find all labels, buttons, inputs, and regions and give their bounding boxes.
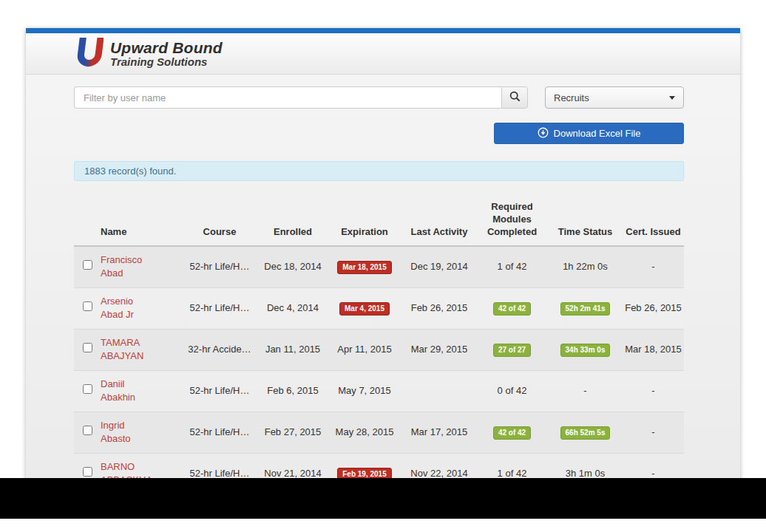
header-enrolled: Enrolled: [259, 196, 327, 246]
expiration-badge: Mar 4, 2015: [339, 302, 390, 316]
modules-cell: 27 of 27: [476, 329, 548, 370]
search-button[interactable]: [501, 86, 528, 109]
time-status-badge: 66h 52m 5s: [560, 426, 611, 440]
time-status-cell: 66h 52m 5s: [548, 412, 623, 453]
time-status-cell: 34h 33m 0s: [548, 329, 623, 370]
time-status-badge: 34h 33m 0s: [560, 344, 611, 357]
enrolled-cell: Feb 27, 2015: [259, 412, 327, 453]
main-content: Recruits Download Excel File 1883 record…: [26, 75, 740, 494]
enrolled-cell: Dec 18, 2014: [259, 246, 327, 287]
user-name-link[interactable]: IngridAbasto: [101, 420, 130, 444]
modules-cell: 42 of 42: [476, 412, 548, 453]
header-required-modules: Required Modules Completed: [476, 196, 548, 246]
upward-bound-logo-icon: [72, 35, 104, 73]
expiration-cell: May 7, 2015: [327, 370, 402, 412]
modules-cell: 0 of 42: [476, 370, 548, 412]
user-name-link[interactable]: ArsenioAbad Jr: [101, 296, 134, 320]
course-cell: 32-hr Accide…: [180, 329, 259, 370]
expiration-cell: May 28, 2015: [327, 412, 402, 453]
expiration-cell: Apr 11, 2015: [327, 329, 402, 370]
cert-issued-cell: Feb 26, 2015: [623, 287, 684, 329]
cert-issued-cell: -: [623, 246, 684, 287]
enrolled-cell: Dec 4, 2014: [259, 287, 327, 329]
records-found-alert: 1883 record(s) found.: [74, 161, 684, 181]
expiration-badge: Mar 18, 2015: [337, 261, 392, 274]
last-activity-cell: Dec 19, 2014: [402, 246, 476, 287]
circle-down-arrow-icon: [538, 127, 549, 140]
recruits-dropdown[interactable]: Recruits: [545, 86, 684, 109]
records-table: Name Course Enrolled Expiration Last Act…: [74, 196, 684, 494]
last-activity-cell: Mar 17, 2015: [402, 412, 476, 453]
user-name-link[interactable]: DaniilAbakhin: [101, 378, 135, 403]
header-last-activity: Last Activity: [402, 196, 476, 246]
table-row: IngridAbasto 52-hr Life/H… Feb 27, 2015 …: [74, 412, 684, 453]
user-name-link[interactable]: TAMARAABAJYAN: [101, 337, 143, 361]
row-select-checkbox[interactable]: [83, 301, 92, 311]
filter-toolbar: Recruits: [74, 86, 684, 109]
dropdown-selected-value: Recruits: [554, 92, 589, 103]
course-cell: 52-hr Life/H…: [180, 370, 259, 412]
cert-issued-cell: -: [623, 370, 684, 412]
enrolled-cell: Jan 11, 2015: [259, 329, 327, 370]
row-select-checkbox[interactable]: [83, 343, 92, 352]
row-select-checkbox[interactable]: [83, 467, 92, 477]
course-cell: 52-hr Life/H…: [180, 246, 259, 287]
time-status-badge: 52h 2m 41s: [560, 302, 611, 316]
last-activity-cell: Feb 26, 2015: [402, 287, 476, 329]
filter-by-username-input[interactable]: [74, 86, 501, 109]
row-select-checkbox[interactable]: [83, 384, 92, 394]
expiration-cell: Mar 4, 2015: [327, 287, 402, 329]
time-status-cell: 52h 2m 41s: [548, 287, 623, 329]
table-row: DaniilAbakhin 52-hr Life/H… Feb 6, 2015 …: [74, 370, 684, 412]
download-excel-button[interactable]: Download Excel File: [494, 123, 684, 144]
time-status-cell: 1h 22m 0s: [548, 246, 623, 287]
table-header-row: Name Course Enrolled Expiration Last Act…: [74, 196, 684, 246]
filter-input-group: [74, 86, 528, 109]
table-row: FranciscoAbad 52-hr Life/H… Dec 18, 2014…: [74, 246, 684, 287]
cert-issued-cell: Mar 18, 2015: [623, 329, 684, 370]
redaction-bar: [0, 478, 766, 519]
row-select-checkbox[interactable]: [83, 260, 92, 270]
modules-cell: 42 of 42: [476, 287, 548, 329]
modules-cell: 1 of 42: [476, 246, 548, 287]
search-icon: [509, 91, 521, 105]
modules-badge: 42 of 42: [493, 426, 531, 440]
table-row: ArsenioAbad Jr 52-hr Life/H… Dec 4, 2014…: [74, 287, 684, 329]
header-time-status: Time Status: [548, 196, 623, 246]
enrolled-cell: Feb 6, 2015: [259, 370, 327, 412]
brand-name: Upward Bound: [110, 40, 223, 56]
expiration-cell: Mar 18, 2015: [327, 246, 402, 287]
user-name-link[interactable]: FranciscoAbad: [101, 254, 142, 279]
last-activity-cell: Mar 29, 2015: [402, 329, 476, 370]
header-course: Course: [180, 196, 259, 246]
top-accent-bar: [26, 28, 740, 33]
course-cell: 52-hr Life/H…: [180, 412, 259, 453]
brand-tagline: Training Solutions: [110, 56, 223, 68]
header-expiration: Expiration: [327, 196, 402, 246]
download-button-label: Download Excel File: [554, 128, 641, 139]
caret-down-icon: [669, 96, 675, 100]
header-name: Name: [99, 196, 180, 246]
modules-badge: 42 of 42: [493, 302, 531, 316]
cert-issued-cell: -: [623, 412, 684, 453]
row-select-checkbox[interactable]: [83, 426, 92, 435]
course-cell: 52-hr Life/H…: [180, 287, 259, 329]
page-header: Upward Bound Training Solutions: [26, 33, 740, 75]
time-status-cell: -: [548, 370, 623, 412]
modules-badge: 27 of 27: [493, 344, 531, 357]
header-cert-issued: Cert. Issued: [623, 196, 684, 246]
app-window: Upward Bound Training Solutions Recruits: [26, 28, 740, 486]
last-activity-cell: [402, 370, 476, 412]
table-row: TAMARAABAJYAN 32-hr Accide… Jan 11, 2015…: [74, 329, 684, 370]
